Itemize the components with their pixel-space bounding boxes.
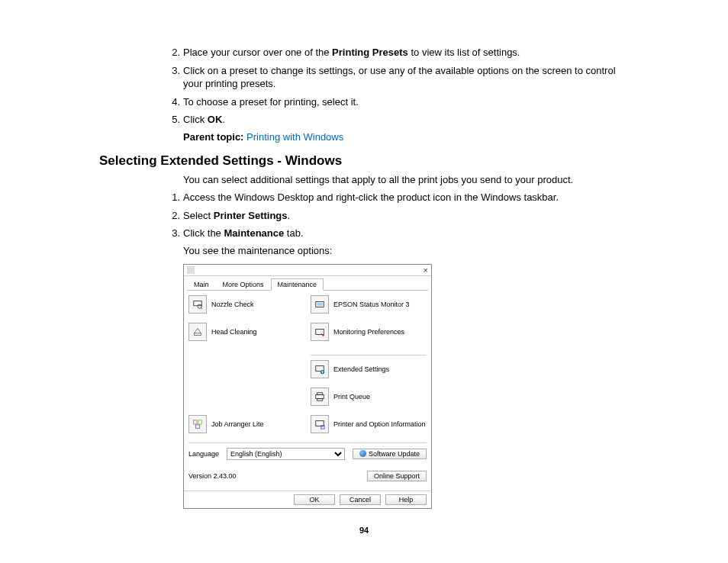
status-monitor-icon[interactable] xyxy=(311,295,329,314)
step-item: 5.Click OK. xyxy=(183,113,629,127)
step-bold: OK xyxy=(208,114,223,125)
nozzle-check-label: Nozzle Check xyxy=(211,301,254,308)
step-item: 2.Place your cursor over one of the Prin… xyxy=(183,46,629,60)
svg-text:i: i xyxy=(322,425,323,429)
svg-rect-4 xyxy=(194,420,197,424)
globe-icon xyxy=(359,450,366,457)
step-text: to view its list of settings. xyxy=(408,47,520,58)
cancel-button[interactable]: Cancel xyxy=(340,494,381,505)
divider xyxy=(188,442,427,443)
close-icon[interactable]: × xyxy=(424,265,428,275)
monitoring-pref-icon[interactable] xyxy=(311,323,329,341)
printer-info-row: i Printer and Option Information xyxy=(311,415,427,433)
tab-more-options[interactable]: More Options xyxy=(216,278,271,291)
dialog-screenshot: × Main More Options Maintenance Nozzle C… xyxy=(183,264,629,509)
monitoring-pref-row: Monitoring Preferences xyxy=(311,323,427,341)
step-text: Select xyxy=(183,210,214,221)
svg-rect-8 xyxy=(317,303,323,306)
language-row: Language English (English) Software Upda… xyxy=(188,448,427,460)
monitoring-pref-label: Monitoring Preferences xyxy=(333,328,404,336)
step-item: 2.Select Printer Settings. xyxy=(183,209,629,223)
print-queue-icon[interactable] xyxy=(311,388,329,406)
svg-rect-13 xyxy=(316,394,324,398)
step-number: 3. xyxy=(165,64,180,78)
step-result-text: You see the maintenance options: xyxy=(183,245,629,256)
svg-line-2 xyxy=(201,307,202,309)
svg-rect-3 xyxy=(195,333,201,336)
status-monitor-row: EPSON Status Monitor 3 xyxy=(311,295,427,314)
divider xyxy=(311,355,427,355)
ordered-steps-b: 1.Access the Windows Desktop and right-c… xyxy=(99,191,629,240)
tab-maintenance[interactable]: Maintenance xyxy=(271,278,324,291)
step-number: 2. xyxy=(165,46,180,60)
step-text: Click xyxy=(183,114,208,125)
section-heading: Selecting Extended Settings - Windows xyxy=(99,153,629,169)
software-update-label: Software Update xyxy=(369,450,420,458)
step-item: 3.Click the Maintenance tab. xyxy=(183,227,629,240)
step-text: To choose a preset for printing, select … xyxy=(183,96,359,108)
svg-rect-15 xyxy=(317,399,323,401)
tab-bar: Main More Options Maintenance xyxy=(187,278,428,291)
head-cleaning-icon[interactable] xyxy=(188,323,207,341)
parent-topic-label: Parent topic: xyxy=(183,131,246,143)
step-text: . xyxy=(222,114,225,125)
language-select[interactable]: English (English) xyxy=(227,448,345,460)
tab-main[interactable]: Main xyxy=(187,278,216,291)
language-label: Language xyxy=(188,450,219,458)
help-button[interactable]: Help xyxy=(385,494,427,505)
job-arranger-icon[interactable] xyxy=(188,415,207,433)
job-arranger-label: Job Arranger Lite xyxy=(211,420,264,428)
left-column: Nozzle Check Head Cleaning xyxy=(188,295,304,438)
dialog-footer: OK Cancel Help xyxy=(184,491,431,508)
nozzle-check-row: Nozzle Check xyxy=(188,295,304,314)
section-intro: You can select additional settings that … xyxy=(183,173,629,187)
job-arranger-row: Job Arranger Lite xyxy=(188,415,304,433)
nozzle-check-icon[interactable] xyxy=(188,295,207,314)
step-item: 1.Access the Windows Desktop and right-c… xyxy=(183,191,629,204)
step-number: 2. xyxy=(165,209,180,223)
svg-point-10 xyxy=(322,334,324,336)
step-number: 1. xyxy=(165,191,180,204)
extended-settings-row: Extended Settings xyxy=(311,360,427,378)
right-column: EPSON Status Monitor 3 Monitoring Prefer… xyxy=(311,295,427,438)
print-queue-label: Print Queue xyxy=(333,393,370,401)
parent-topic-line: Parent topic: Printing with Windows xyxy=(183,131,629,143)
version-row: Version 2.43.00 Online Support xyxy=(188,471,427,481)
step-text: Click the xyxy=(183,227,224,239)
extended-settings-label: Extended Settings xyxy=(333,365,389,373)
page-number: 94 xyxy=(99,526,629,535)
extended-settings-icon[interactable] xyxy=(311,360,329,378)
svg-rect-0 xyxy=(194,301,202,306)
head-cleaning-label: Head Cleaning xyxy=(211,328,257,336)
step-number: 3. xyxy=(165,227,180,240)
svg-rect-5 xyxy=(198,420,201,424)
step-text: Click on a preset to change its settings… xyxy=(183,65,616,90)
step-bold: Maintenance xyxy=(224,227,284,239)
step-number: 4. xyxy=(165,95,180,109)
step-text: Access the Windows Desktop and right-cli… xyxy=(183,191,559,203)
svg-rect-9 xyxy=(316,329,324,334)
app-icon xyxy=(187,266,195,274)
online-support-button[interactable]: Online Support xyxy=(367,471,427,481)
version-text: Version 2.43.00 xyxy=(188,472,237,480)
svg-rect-6 xyxy=(195,425,199,428)
step-text: . xyxy=(288,210,291,221)
software-update-button[interactable]: Software Update xyxy=(353,449,427,459)
svg-rect-14 xyxy=(317,393,323,395)
step-item: 3.Click on a preset to change its settin… xyxy=(183,64,629,91)
step-item: 4.To choose a preset for printing, selec… xyxy=(183,95,629,109)
step-bold: Printer Settings xyxy=(214,210,288,221)
ok-button[interactable]: OK xyxy=(294,494,335,505)
dialog-titlebar: × xyxy=(184,265,431,276)
printer-settings-dialog: × Main More Options Maintenance Nozzle C… xyxy=(183,264,432,509)
step-bold: Printing Presets xyxy=(332,47,408,58)
head-cleaning-row: Head Cleaning xyxy=(188,323,304,341)
print-queue-row: Print Queue xyxy=(311,388,427,406)
status-monitor-label: EPSON Status Monitor 3 xyxy=(333,301,410,308)
printer-info-icon[interactable]: i xyxy=(311,415,329,433)
step-number: 5. xyxy=(165,113,180,127)
step-text: Place your cursor over one of the xyxy=(183,47,332,58)
parent-topic-link[interactable]: Printing with Windows xyxy=(246,131,343,143)
ordered-steps-continued: 2.Place your cursor over one of the Prin… xyxy=(99,46,629,127)
printer-info-label: Printer and Option Information xyxy=(333,420,426,428)
